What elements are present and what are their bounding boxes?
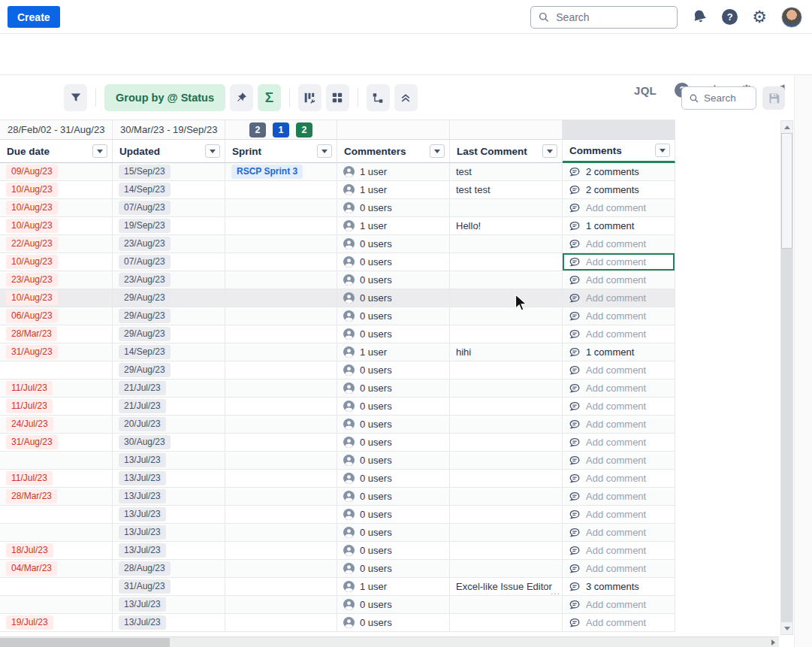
cell-commenters[interactable]: 0 users [337, 434, 450, 452]
cell-due-date[interactable] [0, 596, 113, 614]
cell-updated[interactable]: 19/Sep/23 [113, 217, 225, 235]
cell-commenters[interactable]: 1 user [337, 578, 450, 596]
cell-last-comment[interactable] [450, 271, 563, 289]
column-filter-dropdown[interactable] [205, 144, 220, 158]
cell-commenters[interactable]: 0 users [337, 542, 450, 560]
cell-updated[interactable]: 13/Jul/23 [113, 614, 225, 632]
cell-due-date[interactable]: 31/Aug/23 [0, 343, 113, 361]
cell-comments[interactable]: 3 comments [563, 578, 675, 596]
cell-due-date[interactable]: 10/Aug/23 [0, 253, 113, 271]
column-header[interactable]: Due date [0, 140, 113, 163]
cell-sprint[interactable] [225, 271, 337, 289]
user-avatar[interactable] [781, 7, 802, 28]
horizontal-scrollbar[interactable] [0, 636, 779, 647]
cell-due-date[interactable]: 24/Jul/23 [0, 416, 113, 434]
collapse-all-button[interactable] [394, 84, 418, 111]
cell-sprint[interactable] [225, 325, 337, 343]
cell-commenters[interactable]: 0 users [337, 596, 450, 614]
column-header[interactable]: Commenters [337, 140, 450, 163]
cell-due-date[interactable] [0, 361, 113, 379]
cell-last-comment[interactable] [450, 524, 563, 542]
help-icon[interactable]: ? [722, 9, 738, 25]
cell-comments[interactable]: 2 comments [563, 163, 675, 181]
cell-sprint[interactable] [225, 542, 337, 560]
cell-comments[interactable]: 1 comment [563, 217, 675, 235]
cell-commenters[interactable]: 0 users [337, 398, 450, 416]
cell-comments[interactable]: Add comment [563, 253, 675, 271]
cell-due-date[interactable]: 09/Aug/23 [0, 163, 113, 181]
cell-last-comment[interactable] [450, 361, 563, 379]
column-filter-dropdown[interactable] [317, 144, 332, 158]
column-header[interactable]: Comments [563, 140, 675, 163]
cell-last-comment[interactable] [450, 325, 563, 343]
cell-due-date[interactable] [0, 524, 113, 542]
table-search[interactable] [681, 86, 756, 110]
cell-last-comment[interactable] [450, 289, 563, 307]
cell-due-date[interactable]: 31/Aug/23 [0, 434, 113, 452]
cell-comments[interactable]: Add comment [563, 560, 675, 578]
filter-button[interactable] [64, 84, 87, 111]
cell-last-comment[interactable] [450, 542, 563, 560]
cell-sprint[interactable] [225, 199, 337, 217]
cell-last-comment[interactable] [450, 596, 563, 614]
create-button[interactable]: Create [8, 6, 60, 28]
cell-updated[interactable]: 13/Jul/23 [113, 470, 225, 488]
scroll-down-arrow[interactable] [781, 622, 792, 634]
cell-updated[interactable]: 13/Jul/23 [113, 488, 225, 506]
cell-last-comment[interactable]: Excel-like Issue Editor ... [450, 578, 563, 596]
cell-comments[interactable]: Add comment [563, 398, 675, 416]
cell-comments[interactable]: 1 comment [563, 343, 675, 361]
cell-comments[interactable]: Add comment [563, 235, 675, 253]
cell-comments[interactable]: Add comment [563, 416, 675, 434]
cell-last-comment[interactable]: test [450, 163, 563, 181]
cell-sprint[interactable] [225, 181, 337, 199]
cell-updated[interactable]: 23/Aug/23 [113, 271, 225, 289]
cell-updated[interactable]: 13/Jul/23 [113, 506, 225, 524]
cell-comments[interactable]: 2 comments [563, 181, 675, 199]
cell-due-date[interactable]: 19/Jul/23 [0, 614, 113, 632]
hierarchy-button[interactable] [367, 84, 390, 111]
cell-last-comment[interactable] [450, 614, 563, 632]
cell-commenters[interactable]: 0 users [337, 488, 450, 506]
cell-due-date[interactable]: 11/Jul/23 [0, 379, 113, 398]
cell-updated[interactable]: 21/Jul/23 [113, 379, 225, 398]
cell-comments[interactable]: Add comment [563, 325, 675, 343]
cell-sprint[interactable] [225, 379, 337, 398]
cell-due-date[interactable]: 11/Jul/23 [0, 470, 113, 488]
cell-last-comment[interactable] [450, 235, 563, 253]
cell-last-comment[interactable] [450, 253, 563, 271]
cell-due-date[interactable]: 22/Aug/23 [0, 235, 113, 253]
cell-commenters[interactable]: 0 users [337, 506, 450, 524]
cell-sprint[interactable] [225, 307, 337, 325]
horizontal-scrollbar-thumb[interactable] [0, 638, 170, 647]
cell-commenters[interactable]: 1 user [337, 181, 450, 199]
cell-comments[interactable]: Add comment [563, 452, 675, 470]
vertical-scrollbar-thumb[interactable] [781, 133, 792, 249]
cell-updated[interactable]: 14/Sep/23 [113, 343, 225, 361]
cell-due-date[interactable]: 28/Mar/23 [0, 325, 113, 343]
cell-commenters[interactable]: 0 users [337, 325, 450, 343]
cell-due-date[interactable]: 18/Jul/23 [0, 542, 113, 560]
cell-sprint[interactable] [225, 289, 337, 307]
cell-updated[interactable]: 21/Jul/23 [113, 398, 225, 416]
cell-commenters[interactable]: 0 users [337, 253, 450, 271]
scroll-up-arrow[interactable] [781, 121, 792, 133]
save-button[interactable] [762, 86, 785, 110]
cell-comments[interactable]: Add comment [563, 307, 675, 325]
cell-sprint[interactable] [225, 614, 337, 632]
cell-due-date[interactable]: 11/Jul/23 [0, 398, 113, 416]
cell-updated[interactable]: 20/Jul/23 [113, 416, 225, 434]
cell-due-date[interactable]: 10/Aug/23 [0, 199, 113, 217]
cell-commenters[interactable]: 0 users [337, 271, 450, 289]
group-by-status-button[interactable]: Group by @ Status [104, 84, 225, 111]
cell-commenters[interactable]: 0 users [337, 416, 450, 434]
cell-last-comment[interactable]: Hello! [450, 217, 563, 235]
column-filter-dropdown[interactable] [92, 144, 107, 158]
cell-due-date[interactable]: 10/Aug/23 [0, 289, 113, 307]
cell-commenters[interactable]: 0 users [337, 235, 450, 253]
cell-commenters[interactable]: 0 users [337, 199, 450, 217]
cell-comments[interactable]: Add comment [563, 470, 675, 488]
column-filter-dropdown[interactable] [655, 144, 670, 157]
cell-comments[interactable]: Add comment [563, 614, 675, 632]
cell-sprint[interactable] [225, 398, 337, 416]
